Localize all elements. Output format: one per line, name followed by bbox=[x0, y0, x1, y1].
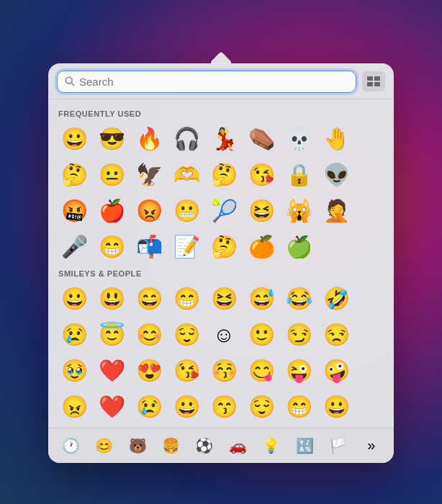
emoji-cell[interactable]: 😆 bbox=[243, 193, 280, 229]
emoji-cell[interactable]: 🤔 bbox=[55, 157, 93, 193]
grid-icon bbox=[367, 76, 380, 86]
emoji-cell[interactable]: 😇 bbox=[93, 317, 130, 353]
more-category[interactable]: » bbox=[355, 433, 388, 459]
emoji-cell[interactable]: ☺️ bbox=[205, 317, 243, 353]
emoji-cell[interactable]: 🍎 bbox=[93, 193, 130, 229]
emoji-cell[interactable]: 😅 bbox=[243, 281, 280, 317]
emoji-cell[interactable]: 🤬 bbox=[55, 193, 93, 229]
svg-rect-2 bbox=[367, 76, 373, 81]
search-icon bbox=[65, 76, 75, 86]
emoji-cell[interactable]: 🍊 bbox=[243, 229, 280, 265]
picker-arrow bbox=[211, 50, 231, 65]
emoji-cell[interactable]: 😘 bbox=[168, 353, 205, 389]
emoji-cell[interactable]: 😜 bbox=[280, 353, 317, 389]
emoji-cell[interactable]: 😚 bbox=[205, 353, 243, 389]
emoji-cell[interactable]: ⚰️ bbox=[243, 121, 280, 157]
search-bar bbox=[48, 63, 394, 99]
emoji-cell[interactable]: 💀 bbox=[280, 121, 317, 157]
emoji-cell[interactable]: 🔒 bbox=[280, 157, 317, 193]
emoji-cell[interactable]: 🎧 bbox=[168, 121, 205, 157]
emoji-cell[interactable]: 🥹 bbox=[55, 353, 93, 389]
emoji-cell[interactable]: 🙂 bbox=[243, 317, 280, 353]
emoji-picker-wrapper: FREQUENTLY USED 😀😎🔥🎧💃⚰️💀🤚🤔😐🦅🫶🤔😘🔒👽🤬🍎😡😬🎾😆🙀… bbox=[48, 63, 394, 463]
emoji-cell[interactable]: 🎾 bbox=[205, 193, 243, 229]
emoji-cell[interactable]: 🤔 bbox=[205, 157, 243, 193]
emoji-cell[interactable]: 😡 bbox=[130, 193, 168, 229]
animals-category[interactable]: 🐻 bbox=[121, 433, 154, 459]
emoji-cell[interactable]: 😆 bbox=[205, 281, 243, 317]
emoji-cell[interactable]: 😢 bbox=[55, 317, 93, 353]
emoji-cell[interactable]: 😁 bbox=[280, 389, 317, 425]
emoji-cell[interactable]: 😀 bbox=[317, 389, 355, 425]
smileys-people-grid: 😀😃😄😁😆😅😂🤣😢😇😊😌☺️🙂😏😒🥹❤️😍😘😚😋😜🤪 bbox=[55, 281, 387, 389]
symbols-category[interactable]: 🔣 bbox=[288, 433, 321, 459]
smileys-category[interactable]: 😊 bbox=[87, 433, 120, 459]
emoji-cell[interactable]: 😊 bbox=[130, 317, 168, 353]
emoji-cell[interactable]: 🤪 bbox=[317, 353, 355, 389]
emoji-cell[interactable]: 😐 bbox=[93, 157, 130, 193]
frequently-used-grid: 😀😎🔥🎧💃⚰️💀🤚🤔😐🦅🫶🤔😘🔒👽🤬🍎😡😬🎾😆🙀🤦🎤😁📬📝🤔🍊🍏 bbox=[55, 121, 387, 265]
smileys-people-label: SMILEYS & PEOPLE bbox=[58, 269, 384, 278]
emoji-cell[interactable]: 👽 bbox=[317, 157, 355, 193]
category-bar: 🕐😊🐻🍔⚽🚗💡🔣🏳️» bbox=[48, 428, 394, 463]
flags-category[interactable]: 🏳️ bbox=[321, 433, 354, 459]
svg-line-1 bbox=[71, 83, 74, 86]
emoji-cell[interactable]: 😁 bbox=[93, 229, 130, 265]
emoji-cell[interactable]: 😁 bbox=[168, 281, 205, 317]
emoji-cell[interactable]: 🍏 bbox=[280, 229, 317, 265]
search-input[interactable] bbox=[79, 76, 348, 88]
emoji-cell[interactable]: 😋 bbox=[243, 353, 280, 389]
emoji-cell[interactable]: 😍 bbox=[130, 353, 168, 389]
emoji-cell[interactable]: 🫶 bbox=[168, 157, 205, 193]
emoji-cell[interactable]: 🤚 bbox=[317, 121, 355, 157]
emoji-cell[interactable]: 😠 bbox=[55, 389, 93, 425]
emoji-cell[interactable]: 😌 bbox=[243, 389, 280, 425]
emoji-cell[interactable]: 😢 bbox=[130, 389, 168, 425]
emoji-cell[interactable]: 🙀 bbox=[280, 193, 317, 229]
emoji-cell[interactable]: 😒 bbox=[317, 317, 355, 353]
svg-rect-3 bbox=[374, 76, 380, 81]
activities-category[interactable]: ⚽ bbox=[188, 433, 221, 459]
emoji-cell[interactable]: ❤️ bbox=[93, 353, 130, 389]
emoji-cell[interactable]: 📬 bbox=[130, 229, 168, 265]
emoji-cell[interactable]: 😃 bbox=[93, 281, 130, 317]
svg-rect-5 bbox=[374, 82, 380, 86]
emoji-cell[interactable]: 😙 bbox=[205, 389, 243, 425]
emoji-cell[interactable]: 😏 bbox=[280, 317, 317, 353]
emoji-cell[interactable]: 😂 bbox=[280, 281, 317, 317]
frequently-used-label: FREQUENTLY USED bbox=[58, 109, 384, 118]
objects-category[interactable]: 💡 bbox=[254, 433, 287, 459]
food-category[interactable]: 🍔 bbox=[154, 433, 187, 459]
emoji-cell[interactable]: 🎤 bbox=[55, 229, 93, 265]
emoji-cell[interactable]: 😌 bbox=[168, 317, 205, 353]
emoji-cell[interactable]: 🔥 bbox=[130, 121, 168, 157]
emoji-cell[interactable]: 😬 bbox=[168, 193, 205, 229]
grid-view-button[interactable] bbox=[362, 71, 385, 91]
emoji-cell[interactable]: 😎 bbox=[93, 121, 130, 157]
more-smileys-grid: 😠❤️😢😀😙😌😁😀 bbox=[55, 389, 387, 425]
emoji-cell[interactable]: 🤦 bbox=[317, 193, 355, 229]
emoji-cell[interactable]: 🤣 bbox=[317, 281, 355, 317]
travel-category[interactable]: 🚗 bbox=[221, 433, 254, 459]
recent-category[interactable]: 🕐 bbox=[54, 433, 87, 459]
emoji-cell[interactable]: 📝 bbox=[168, 229, 205, 265]
emoji-cell[interactable]: 😄 bbox=[130, 281, 168, 317]
emoji-picker: FREQUENTLY USED 😀😎🔥🎧💃⚰️💀🤚🤔😐🦅🫶🤔😘🔒👽🤬🍎😡😬🎾😆🙀… bbox=[48, 63, 394, 463]
emoji-cell[interactable]: 😀 bbox=[55, 281, 93, 317]
emoji-cell[interactable]: 😀 bbox=[168, 389, 205, 425]
emoji-cell[interactable]: 😘 bbox=[243, 157, 280, 193]
emoji-cell[interactable]: ❤️ bbox=[93, 389, 130, 425]
emoji-cell[interactable]: 🦅 bbox=[130, 157, 168, 193]
emoji-cell[interactable]: 🤔 bbox=[205, 229, 243, 265]
emoji-cell[interactable]: 😀 bbox=[55, 121, 93, 157]
search-input-wrapper[interactable] bbox=[57, 71, 356, 93]
svg-rect-4 bbox=[367, 82, 373, 86]
emoji-content: FREQUENTLY USED 😀😎🔥🎧💃⚰️💀🤚🤔😐🦅🫶🤔😘🔒👽🤬🍎😡😬🎾😆🙀… bbox=[48, 99, 394, 428]
emoji-cell[interactable]: 💃 bbox=[205, 121, 243, 157]
